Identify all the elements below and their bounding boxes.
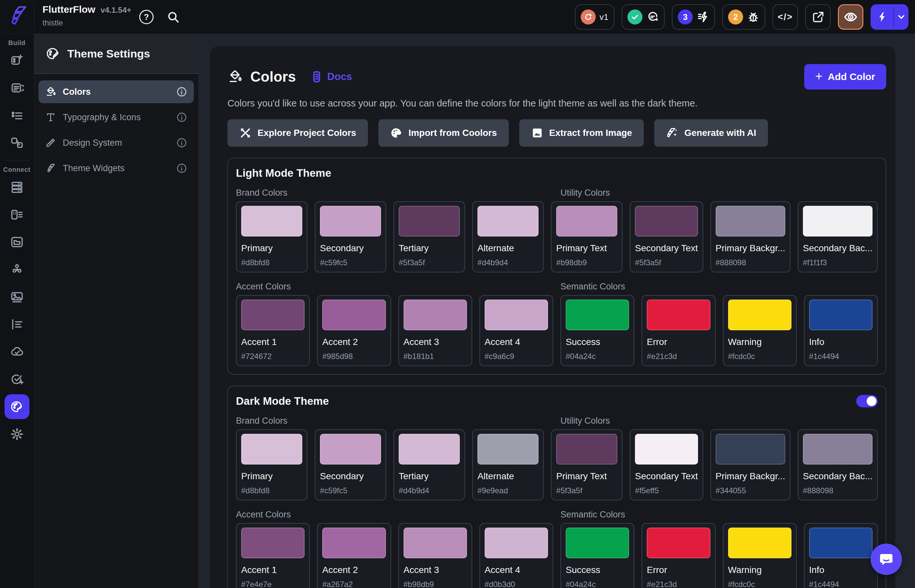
color-card[interactable]: Secondary#c59fc5: [315, 201, 386, 273]
color-card[interactable]: Secondary Text#5f3a5f: [630, 201, 703, 273]
color-swatch: [809, 528, 873, 558]
comments-pill[interactable]: [622, 4, 665, 30]
info-icon[interactable]: [176, 163, 187, 174]
page-description: Colors you'd like to use across your app…: [228, 98, 886, 109]
import-from-coolors-button[interactable]: Import from Coolors: [378, 119, 509, 147]
run-options-chevron-icon[interactable]: [894, 12, 909, 22]
rail-media-assets-icon[interactable]: [3, 283, 31, 311]
coolors-palette-icon: [390, 127, 403, 139]
help-icon[interactable]: ?: [139, 10, 154, 24]
color-card[interactable]: Secondary Bac...#888098: [798, 429, 878, 501]
extract-from-image-button[interactable]: Extract from Image: [519, 119, 644, 147]
color-card[interactable]: Warning#fcdc0c: [723, 295, 797, 366]
color-card[interactable]: Secondary Text#f5eff5: [630, 429, 703, 501]
color-name: Primary Text: [556, 243, 617, 254]
rail-api-calls-icon[interactable]: [3, 201, 31, 228]
color-card[interactable]: Alternate#d4b9d4: [472, 201, 544, 273]
dark-mode-toggle[interactable]: [856, 395, 878, 407]
color-swatch: [322, 528, 386, 558]
color-name: Accent 2: [322, 565, 386, 575]
flutterflow-logo-icon[interactable]: [7, 5, 28, 29]
support-chat-fab[interactable]: [871, 544, 902, 575]
add-color-button[interactable]: + Add Color: [804, 64, 886, 89]
rail-custom-code-icon[interactable]: [3, 129, 31, 157]
rail-app-details-icon[interactable]: [3, 311, 31, 338]
color-card[interactable]: Info#1c4494: [804, 295, 878, 366]
search-icon[interactable]: [167, 10, 180, 24]
color-card[interactable]: Accent 2#a267a2: [317, 523, 391, 588]
rail-divider: [5, 160, 29, 161]
color-card[interactable]: Success#04a24c: [561, 295, 634, 366]
color-hex: #f5eff5: [635, 486, 698, 495]
color-name: Info: [809, 565, 873, 575]
color-card[interactable]: Info#1c4494: [804, 523, 878, 588]
rail-deploy-icon[interactable]: [3, 338, 31, 365]
color-swatch: [635, 434, 698, 465]
rail-settings-icon[interactable]: [3, 420, 31, 448]
color-card[interactable]: Primary Backgr...#888098: [710, 201, 791, 273]
color-swatch: [485, 300, 548, 330]
color-card[interactable]: Primary Text#5f3a5f: [551, 429, 622, 501]
color-hex: #724672: [241, 352, 305, 361]
run-bolt-icon[interactable]: [871, 11, 894, 23]
color-name: Alternate: [477, 471, 538, 481]
color-card[interactable]: Accent 4#d0b3d0: [479, 523, 553, 588]
color-card[interactable]: Accent 1#7e4e7e: [236, 523, 310, 588]
generate-with-ai-button[interactable]: Generate with AI: [654, 119, 768, 147]
info-icon[interactable]: [176, 112, 187, 123]
rail-tests-icon[interactable]: [3, 365, 31, 393]
rail-pages-icon[interactable]: [3, 74, 31, 102]
color-swatch: [241, 206, 302, 236]
color-card[interactable]: Tertiary#5f3a5f: [393, 201, 465, 273]
info-icon[interactable]: [176, 86, 187, 97]
color-card[interactable]: Primary Text#b98db9: [551, 201, 622, 273]
color-card[interactable]: Alternate#9e9ead: [472, 429, 544, 501]
open-in-new-button[interactable]: [805, 4, 831, 30]
rail-app-assets-icon[interactable]: [3, 228, 31, 256]
color-hex: #7e4e7e: [241, 580, 305, 588]
theme-panel-item-theme-widgets[interactable]: Theme Widgets: [39, 157, 194, 180]
color-swatch: [320, 434, 381, 465]
color-hex: #1c4494: [809, 352, 873, 361]
color-hex: #5f3a5f: [556, 486, 617, 495]
color-hex: #d4b9d4: [477, 258, 538, 267]
color-card[interactable]: Error#e21c3d: [642, 523, 715, 588]
run-split-button[interactable]: [871, 4, 909, 30]
custom-code-button[interactable]: </>: [773, 4, 798, 30]
color-card[interactable]: Secondary Bac...#f1f1f3: [798, 201, 878, 273]
docs-link[interactable]: Docs: [310, 70, 352, 83]
color-card[interactable]: Primary#d8bfd8: [236, 201, 307, 273]
version-pill-label: v1: [600, 12, 608, 22]
theme-panel-item-colors[interactable]: Colors: [39, 80, 194, 103]
color-card[interactable]: Success#04a24c: [561, 523, 634, 588]
rail-database-icon[interactable]: [3, 173, 31, 201]
color-card[interactable]: Accent 2#985d98: [317, 295, 391, 366]
preview-mode-button[interactable]: [838, 4, 863, 30]
version-pill[interactable]: v1: [575, 4, 614, 30]
color-card[interactable]: Accent 3#b98db9: [398, 523, 472, 588]
color-card[interactable]: Primary#d8bfd8: [236, 429, 307, 501]
theme-panel-item-typography[interactable]: Typography & Icons: [39, 106, 194, 129]
color-card[interactable]: Primary Backgr...#344055: [710, 429, 791, 501]
rail-components-icon[interactable]: [3, 102, 31, 129]
rail-widget-add-icon[interactable]: [3, 47, 31, 74]
color-card[interactable]: Secondary#c59fc5: [315, 429, 386, 501]
color-swatch: [241, 300, 305, 330]
color-card[interactable]: Tertiary#d4b9d4: [393, 429, 465, 501]
rail-theme-settings-icon[interactable]: [5, 394, 29, 419]
color-card[interactable]: Accent 3#b181b1: [398, 295, 472, 366]
rail-integrations-icon[interactable]: [3, 256, 31, 283]
color-card[interactable]: Error#e21c3d: [642, 295, 715, 366]
theme-panel-item-design-system[interactable]: Design System: [39, 131, 194, 154]
color-card[interactable]: Warning#fcdc0c: [723, 523, 797, 588]
explore-project-colors-button[interactable]: Explore Project Colors: [228, 119, 368, 147]
color-card[interactable]: Accent 1#724672: [236, 295, 310, 366]
rail-connect-label: Connect: [0, 166, 34, 173]
color-name: Info: [809, 337, 873, 347]
info-icon[interactable]: [176, 137, 187, 148]
color-card[interactable]: Accent 4#c9a6c9: [479, 295, 553, 366]
color-swatch: [716, 434, 785, 465]
issues-pill[interactable]: 2: [722, 4, 765, 30]
actions-pill[interactable]: 3: [672, 4, 715, 30]
color-hex: #b98db9: [556, 258, 617, 267]
